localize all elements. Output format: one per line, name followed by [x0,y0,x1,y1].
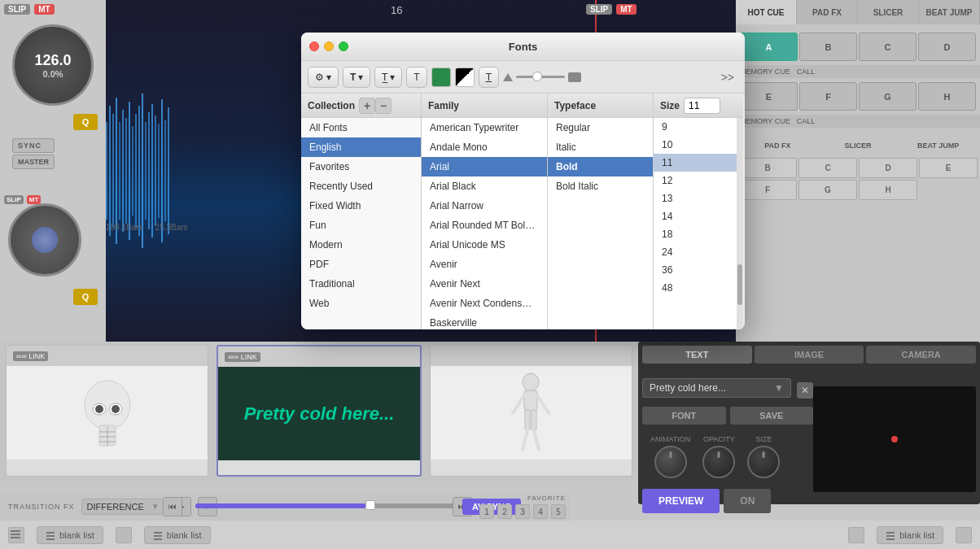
slip-badge-2[interactable]: SLIP [4,195,24,204]
family-item-arial-rounded[interactable]: Arial Rounded MT Bol… [422,216,547,235]
pad-tab-slicer[interactable]: SLICER [819,138,898,153]
family-item-avenir[interactable]: Avenir [422,255,547,274]
fav-2[interactable]: 2 [497,504,512,519]
pad-cell-F[interactable]: F [738,180,797,200]
transition-select[interactable]: DIFFERENCE ▼ [81,499,165,515]
size-slider-track[interactable] [516,76,565,78]
family-item-arial-narrow[interactable]: Arial Narrow [422,196,547,216]
mt-badge-2[interactable]: MT [27,195,42,204]
rc-camera-preview[interactable] [813,386,976,492]
bottom-icon-4[interactable] [956,527,972,543]
media-content-text[interactable]: Pretty cold here... [218,367,419,460]
collection-item-traditional[interactable]: Traditional [301,274,421,294]
text-style-btn-2[interactable]: T̲ ▾ [374,67,402,88]
tempo-knob-left[interactable]: 126.0 0.0% [12,24,94,106]
hotcue-btn-C[interactable]: C [859,33,917,61]
maximize-button[interactable] [339,41,348,51]
size-item-10[interactable]: 10 [654,136,743,154]
tab-pad-fx-top[interactable]: PAD FX [797,0,858,24]
collection-add-button[interactable]: + [359,98,375,114]
family-item-andale-mono[interactable]: Andale Mono [422,137,547,157]
size-scrollbar[interactable] [737,118,743,329]
deck-knob-2[interactable] [8,203,81,277]
rc-text-dropdown[interactable]: Pretty cold here... ▼ [642,378,791,398]
rc-tab-image[interactable]: IMAGE [755,346,864,364]
rc-tab-text[interactable]: TEXT [642,346,752,364]
typeface-item-regular[interactable]: Regular [548,118,653,137]
family-item-arial-black[interactable]: Arial Black [422,176,547,196]
pad-tab-beatjump[interactable]: BEAT JUMP [899,138,978,153]
family-item-avenir-next[interactable]: Avenir Next [422,274,547,294]
blank-list-3[interactable]: blank list [877,526,943,544]
size-knob[interactable] [747,446,780,478]
rc-font-button[interactable]: FONT [642,407,726,425]
collection-item-fun[interactable]: Fun [301,216,421,235]
family-item-baskerville[interactable]: Baskerville [422,313,547,329]
hotcue-btn-E[interactable]: E [740,82,798,111]
fav-5[interactable]: 5 [551,504,566,519]
text-plain-btn[interactable]: T [406,67,427,88]
fav-1[interactable]: 1 [479,504,494,519]
fav-3[interactable]: 3 [515,504,530,519]
size-item-9[interactable]: 9 [654,118,743,136]
media-panel-text[interactable]: ∞∞ LINK Pretty cold here... [217,345,421,477]
family-item-arial[interactable]: Arial [422,157,547,176]
gear-dropdown-button[interactable]: ⚙ ▾ [308,67,339,88]
size-item-36[interactable]: 36 [654,261,743,279]
transport-btn-prev[interactable]: ⏮ [163,497,182,516]
bottom-icon-3[interactable] [848,527,864,543]
media-content-skull[interactable] [7,366,208,460]
slip-badge-left[interactable]: SLIP [4,4,30,15]
link-badge-1[interactable]: ∞∞ LINK [13,351,48,361]
pad-cell-D[interactable]: D [859,158,917,178]
typeface-item-italic[interactable]: Italic [548,137,653,157]
pad-cell-E[interactable]: E [919,158,978,178]
collection-item-recently-used[interactable]: Recently Used [301,176,421,196]
size-item-48[interactable]: 48 [654,279,743,297]
typeface-item-bold-italic[interactable]: Bold Italic [548,176,653,196]
link-badge-2[interactable]: ∞∞ LINK [225,352,260,362]
call-label[interactable]: CALL [797,68,816,76]
collection-item-english[interactable]: English [301,137,421,157]
close-button[interactable] [309,41,319,51]
call-label-2[interactable]: CALL [797,117,816,125]
mt-badge-right[interactable]: MT [616,4,636,15]
animation-knob[interactable] [654,446,687,478]
hotcue-btn-G[interactable]: G [859,82,917,111]
pad-tab-padfx[interactable]: PAD FX [738,138,817,153]
seek-handle[interactable] [365,500,375,510]
q-button-2[interactable]: Q [73,289,98,305]
blank-list-2[interactable]: blank list [144,526,211,544]
opacity-knob[interactable] [702,446,735,478]
size-item-18[interactable]: 18 [654,225,743,243]
tab-hot-cue[interactable]: HOT CUE [736,0,797,24]
rc-on-button[interactable]: ON [724,489,771,513]
size-input[interactable] [684,98,720,114]
family-item-avenir-next-condensed[interactable]: Avenir Next Condens… [422,294,547,313]
family-item-arial-unicode[interactable]: Arial Unicode MS [422,235,547,255]
collection-remove-button[interactable]: − [375,98,392,114]
text-color-swatch[interactable] [431,68,451,87]
tab-slicer-top[interactable]: SLICER [858,0,919,24]
rc-close-button[interactable]: ✕ [797,382,813,399]
tab-beat-jump-top[interactable]: BEAT JUMP [919,0,980,24]
family-item-american-typewriter[interactable]: American Typewriter [422,118,547,137]
pad-cell-H[interactable]: H [859,180,917,200]
media-content-skeleton[interactable] [431,366,632,460]
size-item-14[interactable]: 14 [654,207,743,225]
more-button[interactable]: >> [717,71,738,84]
rc-tab-camera[interactable]: CAMERA [866,346,976,364]
size-item-24[interactable]: 24 [654,243,743,261]
size-item-11[interactable]: 11 [654,154,743,172]
text-underline-btn[interactable]: T [479,67,499,88]
rc-preview-button[interactable]: PREVIEW [642,489,720,513]
text-style-btn-1[interactable]: T ▾ [343,67,370,88]
size-scrollbar-thumb[interactable] [737,264,742,305]
bottom-icon-1[interactable] [8,527,24,543]
fav-4[interactable]: 4 [533,504,548,519]
collection-item-fixed-width[interactable]: Fixed Width [301,196,421,216]
typeface-item-bold[interactable]: Bold [548,157,653,176]
pad-cell-G[interactable]: G [798,180,857,200]
size-item-12[interactable]: 12 [654,172,743,190]
collection-item-all-fonts[interactable]: All Fonts [301,118,421,137]
